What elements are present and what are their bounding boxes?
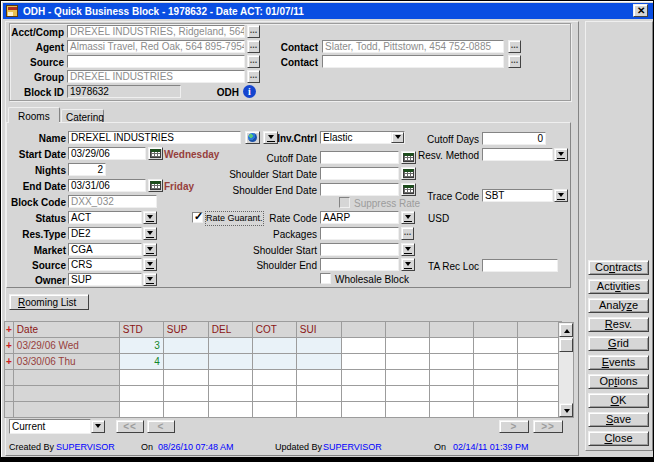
grid-row-expand[interactable]: +: [5, 338, 14, 354]
close-button[interactable]: ✕: [633, 4, 648, 17]
tab-rooms[interactable]: Rooms: [8, 107, 60, 123]
view-select[interactable]: Current: [9, 419, 91, 434]
grid-header-sup[interactable]: SUP: [163, 322, 208, 338]
grid-value-cell[interactable]: 3: [119, 338, 163, 354]
end-date-field[interactable]: 03/31/06: [68, 179, 146, 192]
grid-value-cell[interactable]: 4: [119, 354, 163, 370]
last-page-button[interactable]: >>: [533, 420, 563, 433]
shoulder-end-list-button[interactable]: [401, 258, 415, 271]
group-lov-button[interactable]: ...: [247, 70, 260, 83]
grid-header-std[interactable]: STD: [119, 322, 163, 338]
group-field[interactable]: DREXEL INDUSTRIES: [67, 70, 245, 83]
packages-lov-button[interactable]: ...: [401, 227, 414, 240]
scroll-up-button[interactable]: [559, 323, 573, 337]
room-grid[interactable]: +DateSTDSUPDELCOTSUI+03/29/06 Wed3+03/30…: [4, 321, 562, 418]
grid-value-cell[interactable]: [296, 354, 341, 370]
owner-list-button[interactable]: [143, 273, 157, 286]
trace-code-list-button[interactable]: [554, 189, 568, 202]
shoulder-end-date-calendar-button[interactable]: [401, 183, 416, 196]
tab-catering[interactable]: Catering: [61, 109, 104, 123]
grid-value-cell[interactable]: [163, 354, 208, 370]
rate-code-field[interactable]: AARP: [320, 211, 399, 224]
shoulder-end-field[interactable]: [320, 258, 399, 271]
name-field[interactable]: DREXEL INDUSTRIES: [68, 131, 241, 144]
scroll-thumb[interactable]: [559, 338, 573, 352]
grid-add-all[interactable]: +: [5, 322, 14, 338]
view-select-dropdown-button[interactable]: [91, 420, 105, 433]
side-button-contracts[interactable]: Contracts: [588, 260, 649, 275]
side-button-save[interactable]: Save: [588, 412, 649, 427]
grid-row-expand[interactable]: +: [5, 354, 14, 370]
side-button-activities[interactable]: Activities: [588, 279, 649, 294]
cutoff-date-field[interactable]: [320, 151, 399, 164]
start-date-field[interactable]: 03/29/06: [68, 147, 146, 160]
side-button-close[interactable]: Close: [588, 431, 649, 446]
side-button-resv[interactable]: Resv.: [588, 317, 649, 332]
suppress-rate-checkbox[interactable]: [339, 197, 350, 208]
start-date-calendar-button[interactable]: [148, 147, 163, 160]
contact2-field[interactable]: [322, 55, 504, 68]
shoulder-start-date-field[interactable]: [320, 167, 399, 180]
resv-method-field[interactable]: [482, 148, 553, 161]
rooming-list-button[interactable]: Rooming List: [9, 294, 89, 310]
grid-header-sui[interactable]: SUI: [296, 322, 341, 338]
grid-date-cell[interactable]: 03/29/06 Wed: [13, 338, 119, 354]
acct-comp-lov-button[interactable]: ...: [247, 25, 260, 38]
source2-field[interactable]: CRS: [68, 258, 142, 271]
status-list-button[interactable]: [143, 211, 157, 224]
trace-code-field[interactable]: SBT: [482, 189, 553, 202]
wholesale-block-checkbox[interactable]: [320, 273, 331, 284]
grid-value-cell[interactable]: [252, 354, 296, 370]
grid-value-cell[interactable]: [208, 338, 252, 354]
grid-value-cell[interactable]: [208, 354, 252, 370]
ta-rec-loc-field[interactable]: [482, 259, 558, 272]
res-type-list-button[interactable]: [143, 227, 157, 240]
first-page-button[interactable]: <<: [116, 420, 144, 433]
nights-field[interactable]: 2: [68, 163, 106, 176]
status-field[interactable]: ACT: [68, 211, 142, 224]
grid-value-cell[interactable]: [163, 338, 208, 354]
source-lov-button[interactable]: ...: [247, 55, 260, 68]
source-field[interactable]: [67, 55, 245, 68]
grid-empty-cell: [341, 386, 385, 402]
owner-field[interactable]: SUP: [68, 273, 142, 286]
grid-header-date[interactable]: Date: [13, 322, 119, 338]
rate-code-list-button[interactable]: [401, 211, 415, 224]
shoulder-end-date-field[interactable]: [320, 183, 399, 196]
grid-header-cot[interactable]: COT: [252, 322, 296, 338]
market-list-button[interactable]: [143, 243, 157, 256]
side-button-analyze[interactable]: Analyze: [588, 298, 649, 313]
source2-list-button[interactable]: [143, 258, 157, 271]
grid-date-cell[interactable]: 03/30/06 Thu: [13, 354, 119, 370]
side-button-events[interactable]: Events: [588, 355, 649, 370]
packages-field[interactable]: [320, 227, 399, 240]
grid-scrollbar[interactable]: [558, 322, 574, 418]
grid-header-del[interactable]: DEL: [208, 322, 252, 338]
cutoff-days-field[interactable]: 0: [482, 132, 546, 145]
info-icon[interactable]: i: [243, 85, 256, 98]
agent-field[interactable]: Almassi Travel, Red Oak, 564 895-7954: [67, 40, 245, 53]
res-type-field[interactable]: DE2: [68, 227, 142, 240]
grid-value-cell[interactable]: [252, 338, 296, 354]
side-button-options[interactable]: Options: [588, 374, 649, 389]
prev-page-button[interactable]: <: [147, 420, 175, 433]
next-page-button[interactable]: >: [499, 420, 529, 433]
grid-value-cell[interactable]: [296, 338, 341, 354]
block-code-field[interactable]: DXX_032: [68, 195, 157, 208]
shoulder-start-field[interactable]: [320, 243, 399, 256]
agent-lov-button[interactable]: ...: [247, 40, 260, 53]
resv-method-list-button[interactable]: [554, 148, 568, 161]
inv-cntrl-dropdown-button[interactable]: [391, 132, 404, 143]
rate-guarant-checkbox[interactable]: ✓: [192, 212, 203, 223]
contact2-lov-button[interactable]: ...: [508, 55, 521, 68]
shoulder-start-list-button[interactable]: [401, 243, 415, 256]
shoulder-start-date-calendar-button[interactable]: [401, 167, 416, 180]
side-button-grid[interactable]: Grid: [588, 336, 649, 351]
acct-comp-field[interactable]: DREXEL INDUSTRIES, Ridgeland, 564 52: [67, 25, 245, 38]
market-field[interactable]: CGA: [68, 243, 142, 256]
contact1-field[interactable]: Slater, Todd, Pittstown, 454 752-0885: [322, 40, 504, 53]
end-date-calendar-button[interactable]: [148, 179, 163, 192]
contact1-lov-button[interactable]: ...: [508, 40, 521, 53]
scroll-down-button[interactable]: [559, 403, 573, 417]
side-button-ok[interactable]: OK: [588, 393, 649, 408]
